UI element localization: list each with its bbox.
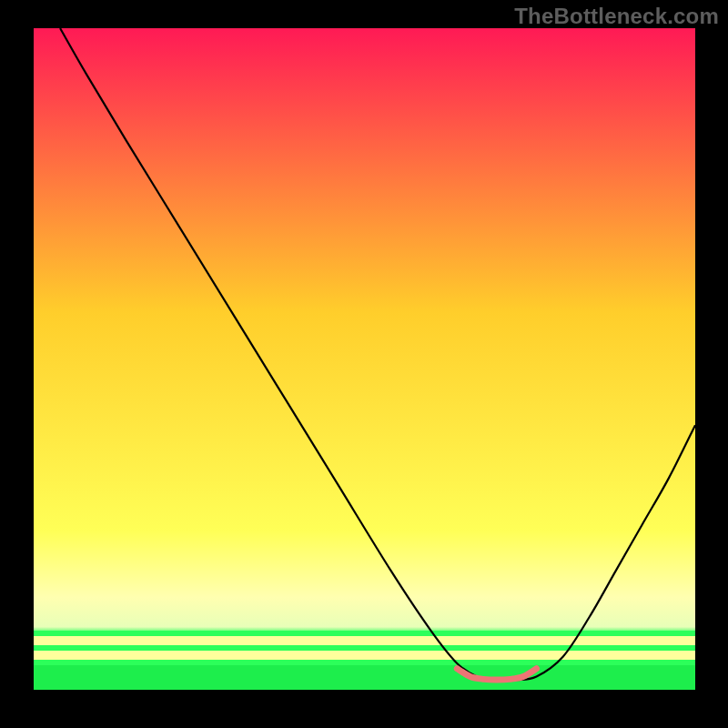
svg-rect-6: [34, 665, 695, 690]
svg-rect-2: [34, 636, 695, 645]
bottleneck-chart: [0, 0, 728, 728]
low-band-strip: [34, 631, 695, 690]
svg-rect-5: [34, 660, 695, 665]
plot-background: [34, 28, 695, 690]
svg-rect-1: [34, 631, 695, 636]
svg-rect-4: [34, 651, 695, 660]
chart-stage: { "watermark": "TheBottleneck.com", "col…: [0, 0, 728, 728]
svg-rect-3: [34, 645, 695, 651]
